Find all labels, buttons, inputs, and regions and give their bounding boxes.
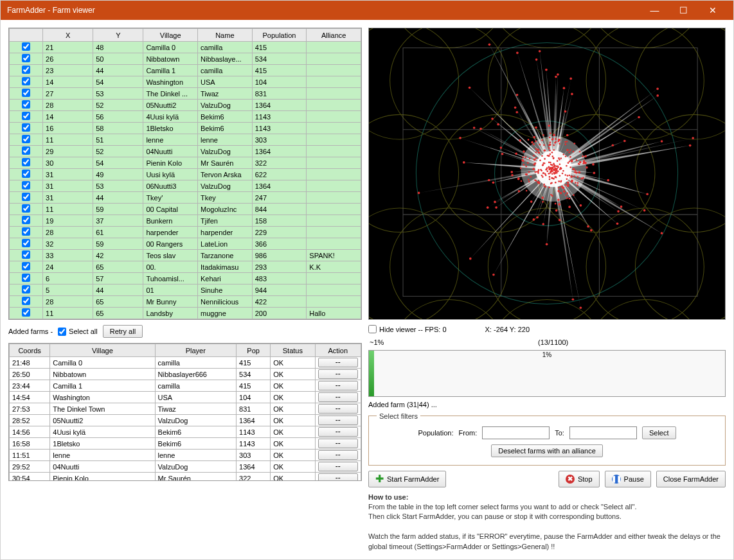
cell-action[interactable]: --	[315, 357, 361, 369]
table-row[interactable]: 16:581BletskoBekim61143OK--	[10, 438, 361, 450]
row-checkbox-cell[interactable]	[10, 65, 43, 76]
table-row[interactable]: 246500.Itadakimasu293K.K	[10, 261, 361, 273]
row-checkbox[interactable]	[22, 274, 30, 282]
row-checkbox-cell[interactable]	[10, 192, 43, 204]
stop-button[interactable]: ✖ Stop	[559, 471, 600, 487]
table-row[interactable]: 1151lennelenne303	[10, 134, 361, 146]
row-checkbox[interactable]	[22, 204, 30, 213]
deselect-alliance-button[interactable]: Deselect farms with an alliance	[491, 444, 603, 457]
cell-action[interactable]: --	[315, 392, 361, 403]
table-row[interactable]: 54401Sinuhe944	[10, 284, 361, 296]
row-checkbox-cell[interactable]	[10, 111, 43, 123]
table-row[interactable]: 315306Nuutti3ValzuDog1364	[10, 180, 361, 192]
row-checkbox[interactable]	[22, 170, 30, 178]
select-all-checkbox-label[interactable]: Select all	[58, 328, 98, 336]
row-checkbox-cell[interactable]	[10, 273, 43, 284]
hide-viewer-label[interactable]: Hide viewer -- FPS: 0	[368, 325, 447, 333]
row-checkbox-cell[interactable]	[10, 169, 43, 180]
table-row[interactable]: 26:50NibbatownNibbaslayer666534OK--	[10, 369, 361, 380]
col-check[interactable]	[10, 29, 43, 42]
cell-action[interactable]: --	[315, 450, 361, 461]
cell-action[interactable]: --	[315, 461, 361, 473]
row-checkbox[interactable]	[22, 227, 30, 236]
row-checkbox-cell[interactable]	[10, 88, 43, 100]
table-row[interactable]: 21:48Camilla 0camilla415OK--	[10, 357, 361, 369]
table-row[interactable]: 14:564Uusi kyläBekim61143OK--	[10, 426, 361, 438]
row-checkbox-cell[interactable]	[10, 296, 43, 308]
row-checkbox-cell[interactable]	[10, 284, 43, 296]
table-row[interactable]: 2344Camilla 1camilla415	[10, 65, 361, 76]
select-filter-button[interactable]: Select	[642, 426, 676, 439]
table-row[interactable]: 30:54Pienin KoloMr Saurén322OK--	[10, 473, 361, 482]
row-action-button[interactable]: --	[318, 416, 358, 425]
row-action-button[interactable]: --	[318, 439, 358, 448]
row-checkbox[interactable]	[22, 297, 30, 305]
col-action[interactable]: Action	[315, 344, 361, 357]
row-checkbox-cell[interactable]	[10, 100, 43, 111]
row-action-button[interactable]: --	[318, 462, 358, 471]
col-y[interactable]: Y	[93, 29, 143, 42]
row-checkbox-cell[interactable]	[10, 157, 43, 169]
cell-action[interactable]: --	[315, 403, 361, 415]
pause-button[interactable]: ❚❚ Pause	[605, 471, 651, 487]
minimize-button[interactable]: —	[640, 1, 669, 20]
col-village-b[interactable]: Village	[50, 344, 155, 357]
table-row[interactable]: 2650NibbatownNibbaslaye...534	[10, 53, 361, 65]
table-row[interactable]: 23:44Camilla 1camilla415OK--	[10, 380, 361, 392]
row-checkbox-cell[interactable]	[10, 319, 43, 320]
cell-action[interactable]: --	[315, 369, 361, 380]
row-checkbox[interactable]	[22, 135, 30, 143]
table-row[interactable]: 14:54WashingtonUSA104OK--	[10, 392, 361, 403]
table-row[interactable]: 115900 CapitalMogoluzInc844	[10, 204, 361, 215]
table-row[interactable]: 27:53The Dinkel TownTiwaz831OK--	[10, 403, 361, 415]
row-checkbox-cell[interactable]	[10, 308, 43, 319]
table-row[interactable]: 14564Uusi kyläBekim61143	[10, 111, 361, 123]
col-player[interactable]: Player	[155, 344, 237, 357]
titlebar[interactable]: FarmAdder - Farm viewer — ☐ ✕	[1, 1, 733, 20]
row-checkbox[interactable]	[22, 181, 30, 189]
table-row[interactable]: 11:51lennelenne303OK--	[10, 450, 361, 461]
row-checkbox[interactable]	[22, 89, 30, 97]
farms-grid[interactable]: X Y Village Name Population Alliance 214…	[8, 28, 362, 320]
table-row[interactable]: 3149Uusi kyläTervon Arska622	[10, 169, 361, 180]
row-checkbox[interactable]	[22, 123, 30, 132]
table-row[interactable]: 3054Pienin KoloMr Saurén322	[10, 157, 361, 169]
cell-action[interactable]: --	[315, 473, 361, 482]
row-checkbox-cell[interactable]	[10, 227, 43, 238]
hide-viewer-checkbox[interactable]	[368, 325, 377, 333]
start-farmadder-button[interactable]: ✚ Start FarmAdder	[368, 471, 446, 487]
row-action-button[interactable]: --	[318, 450, 358, 460]
cell-action[interactable]: --	[315, 415, 361, 426]
col-coords[interactable]: Coords	[10, 344, 50, 357]
row-checkbox[interactable]	[22, 54, 30, 62]
table-row[interactable]: 657Tuhoamisl...Kehari483	[10, 273, 361, 284]
row-action-button[interactable]: --	[318, 381, 358, 390]
row-action-button[interactable]: --	[318, 427, 358, 437]
row-checkbox[interactable]	[22, 77, 30, 85]
row-checkbox[interactable]	[22, 216, 30, 224]
close-button[interactable]: ✕	[698, 1, 727, 20]
table-row[interactable]: 2753The Dinkel ...Tiwaz831	[10, 88, 361, 100]
col-status[interactable]: Status	[271, 344, 315, 357]
table-row[interactable]: 295204NuuttiValzuDog1364	[10, 146, 361, 157]
map-viewer[interactable]	[368, 28, 726, 320]
row-checkbox[interactable]	[22, 239, 30, 247]
population-to-input[interactable]	[569, 426, 637, 439]
table-row[interactable]: 2865Mr BunnyNennilicious422	[10, 296, 361, 308]
row-checkbox-cell[interactable]	[10, 53, 43, 65]
row-checkbox[interactable]	[22, 262, 30, 270]
col-population[interactable]: Population	[252, 29, 307, 42]
cell-action[interactable]: --	[315, 426, 361, 438]
row-checkbox[interactable]	[22, 308, 30, 317]
row-checkbox[interactable]	[22, 66, 30, 74]
col-alliance[interactable]: Alliance	[307, 29, 361, 42]
table-row[interactable]: 1165Landsbymuggne200Hallo	[10, 308, 361, 319]
row-checkbox[interactable]	[22, 193, 30, 201]
row-checkbox-cell[interactable]	[10, 250, 43, 261]
table-row[interactable]: 1937BunkernTjifen158	[10, 215, 361, 227]
col-x[interactable]: X	[43, 29, 93, 42]
row-checkbox-cell[interactable]	[10, 42, 43, 53]
table-row[interactable]: 355901 dodome...dodomeda397Viö	[10, 319, 361, 320]
row-action-button[interactable]: --	[318, 392, 358, 402]
row-checkbox[interactable]	[22, 112, 30, 120]
